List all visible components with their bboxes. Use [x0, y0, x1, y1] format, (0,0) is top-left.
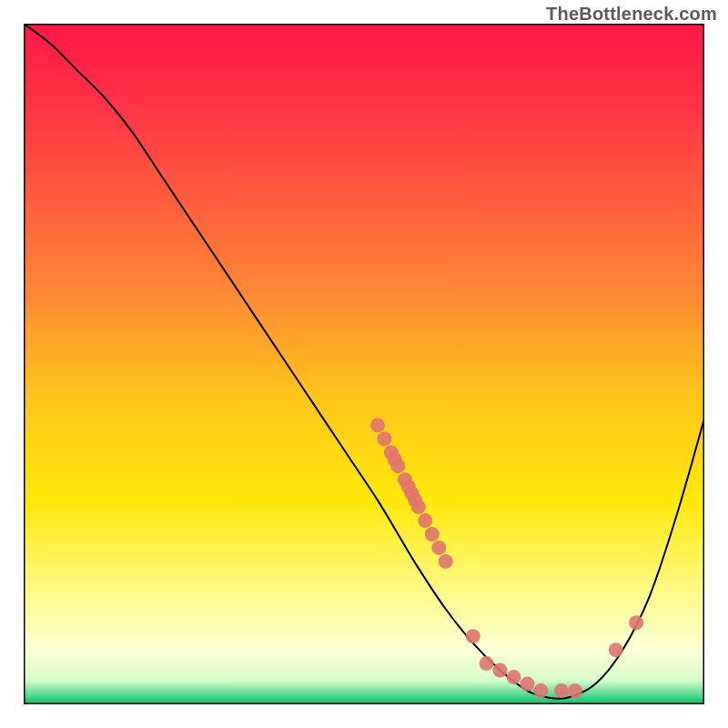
watermark-text: TheBottleneck.com: [546, 4, 717, 25]
curve-marker: [568, 683, 582, 698]
chart-container: [24, 24, 704, 704]
curve-marker: [370, 418, 385, 432]
curve-marker: [377, 431, 391, 446]
curve-marker: [439, 554, 453, 569]
curve-marker: [425, 527, 440, 541]
curve-marker: [521, 677, 535, 692]
curve-marker: [466, 629, 480, 643]
curve-marker: [418, 513, 432, 528]
chart-svg: [24, 24, 704, 704]
curve-marker: [533, 683, 548, 698]
curve-marker: [629, 615, 643, 630]
curve-marker: [493, 663, 508, 678]
curve-marker: [554, 683, 569, 698]
curve-marker: [390, 459, 405, 473]
curve-marker: [411, 500, 426, 514]
curve-marker: [609, 642, 623, 657]
curve-marker: [480, 656, 494, 671]
curve-marker: [431, 541, 446, 555]
curve-marker: [507, 670, 521, 684]
gradient-background: [24, 24, 704, 704]
